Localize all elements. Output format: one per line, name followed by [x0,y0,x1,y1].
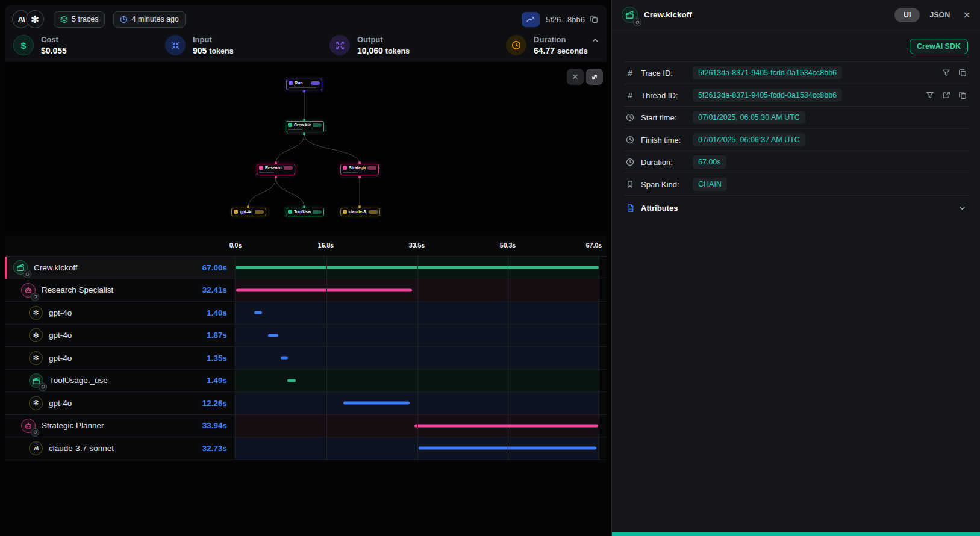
axis-tick: 33.5s [409,242,425,249]
agent-icon [343,166,347,170]
collapse-stats-button[interactable] [591,36,599,45]
external-link-icon[interactable] [942,91,950,99]
axis-tick: 0.0s [229,242,242,249]
field-start-time: Start time: 07/01/2025, 06:05:30 AM UTC [624,106,968,128]
span-waterfall: 0.0s 16.8s 33.5s 50.3s 67.0s Crew.kickof… [5,236,607,460]
span-bar[interactable] [281,357,288,360]
timeline-row-claude-3-7-sonnet[interactable]: A\ claude-3.7-sonnet 32.73s [5,437,607,460]
panel-bottom-scrollbar[interactable] [612,532,980,536]
graph-node-label: gpt-4o [240,210,252,214]
span-bar[interactable] [419,447,596,450]
timeline-row-gpt-4o[interactable]: ✻ gpt-4o 1.87s [5,325,607,347]
copy-trace-id-button[interactable] [590,15,598,23]
stat-value: $0.055 [41,46,67,55]
trending-up-icon [526,15,535,23]
openai-logo-icon: ✻ [29,351,43,365]
trace-graph-canvas[interactable]: Run Crew.kickoff Research Speciali... [5,62,607,232]
thread-id-value[interactable]: 5f2613da-8371-9405-fcdd-0a1534cc8bb6 [693,89,842,102]
graph-close-button[interactable]: ✕ [567,69,584,85]
span-bar[interactable] [268,334,278,337]
clock-icon [506,35,526,55]
field-finish-time: Finish time: 07/01/2025, 06:06:37 AM UTC [624,128,968,151]
graph-node-research-specialist[interactable]: Research Speciali... [257,164,295,175]
span-detail-panel: Crew.kickoff UI JSON ✕ CrewAI SDK # Trac… [611,0,980,536]
clock-icon [625,136,635,144]
tab-ui[interactable]: UI [894,8,920,22]
crew-icon [622,7,638,23]
timeline-row-gpt-4o[interactable]: ✻ gpt-4o 12.26s [5,392,607,415]
node-subtitle [259,172,274,173]
agentops-badge-icon [39,383,47,391]
tab-json[interactable]: JSON [929,11,950,19]
span-duration: 12.26s [202,399,227,408]
timeline-row-toolusage[interactable]: ToolUsage._use 1.49s [5,370,607,393]
hash-icon: # [625,69,635,78]
timeline-row-research-specialist[interactable]: Research Specialist 32.41s [5,279,607,302]
span-bar[interactable] [414,424,598,427]
graph-fullscreen-button[interactable] [586,69,603,85]
span-bar[interactable] [254,311,262,314]
timeline-axis: 0.0s 16.8s 33.5s 50.3s 67.0s [5,236,607,256]
openai-logo-icon: ✻ [29,328,43,342]
clock-icon [625,113,635,122]
span-label: claude-3.7-sonnet [49,444,114,453]
timeline-row-gpt-4o[interactable]: ✻ gpt-4o 1.40s [5,302,607,325]
chevron-up-icon [591,36,599,45]
span-bar[interactable] [236,266,599,269]
copy-icon[interactable] [958,91,967,99]
time-ago-badge[interactable]: 4 minutes ago [113,11,186,28]
panel-close-icon[interactable]: ✕ [963,10,970,20]
trace-header-card: A\ ✻ 5 traces 4 minutes ago 5f26...8bb6 [5,5,607,62]
app: A\ ✻ 5 traces 4 minutes ago 5f26...8bb6 [0,0,980,536]
stat-value: 64.77 [534,46,555,55]
copy-icon [590,15,598,23]
filter-icon[interactable] [926,91,934,99]
agent-icon [21,419,36,433]
graph-node-toolusage[interactable]: ToolUsage._use [286,208,324,216]
expand-arrows-icon [329,35,350,55]
span-bar[interactable] [287,379,295,382]
stat-value: 10,060 [357,46,383,55]
graph-node-label: ToolUsage._use [294,210,311,214]
graph-node-run[interactable]: Run [286,79,322,90]
attributes-section-toggle[interactable]: Attributes [624,195,968,220]
axis-tick: 16.8s [318,242,334,249]
graph-node-strategic-planner[interactable]: Strategic Planner [340,164,379,175]
span-label: gpt-4o [49,331,72,340]
attributes-label: Attributes [641,204,678,213]
span-bar[interactable] [343,402,410,405]
stat-label: Cost [41,35,67,44]
span-bar[interactable] [236,288,412,291]
field-thread-id: # Thread ID: 5f2613da-8371-9405-fcdd-0a1… [624,84,968,106]
clock-icon [120,16,128,23]
openai-logo-icon: ✻ [29,306,43,320]
traces-count-badge[interactable]: 5 traces [54,11,105,28]
graph-node-gpt-4o[interactable]: gpt-4o [231,208,266,216]
copy-icon[interactable] [958,69,967,77]
crew-icon [13,260,28,275]
span-duration: 1.35s [207,354,227,363]
chevron-down-icon[interactable] [958,204,967,213]
layers-icon [60,16,68,23]
anthropic-logo-icon: A\ [29,441,43,455]
openai-logo-icon: ✻ [26,10,44,28]
timeline-row-strategic-planner[interactable]: Strategic Planner 33.94s [5,415,607,438]
stat-label: Input [193,35,234,44]
span-label: Research Specialist [42,285,113,294]
trace-chart-button[interactable] [522,12,540,27]
node-badge [313,123,322,127]
node-subtitle [343,172,358,173]
start-time-value: 07/01/2025, 06:05:30 AM UTC [693,111,805,124]
node-badge [311,81,320,85]
node-badge [367,166,376,170]
stat-cost: $ Cost $0.055 [13,35,165,55]
graph-node-claude-3-7-sonnet[interactable]: claude-3.7-sonnet [340,208,380,216]
timeline-row-gpt-4o[interactable]: ✻ gpt-4o 1.35s [5,347,607,370]
filter-icon[interactable] [942,69,950,77]
trace-id-value[interactable]: 5f2613da-8371-9405-fcdd-0a1534cc8bb6 [693,66,842,79]
agent-icon [21,283,36,298]
timeline-row-crew-kickoff[interactable]: Crew.kickoff 67.00s [5,257,607,279]
graph-node-crew-kickoff[interactable]: Crew.kickoff [286,121,324,132]
panel-title: Crew.kickoff [644,10,692,19]
panel-header: Crew.kickoff UI JSON ✕ [612,0,980,30]
